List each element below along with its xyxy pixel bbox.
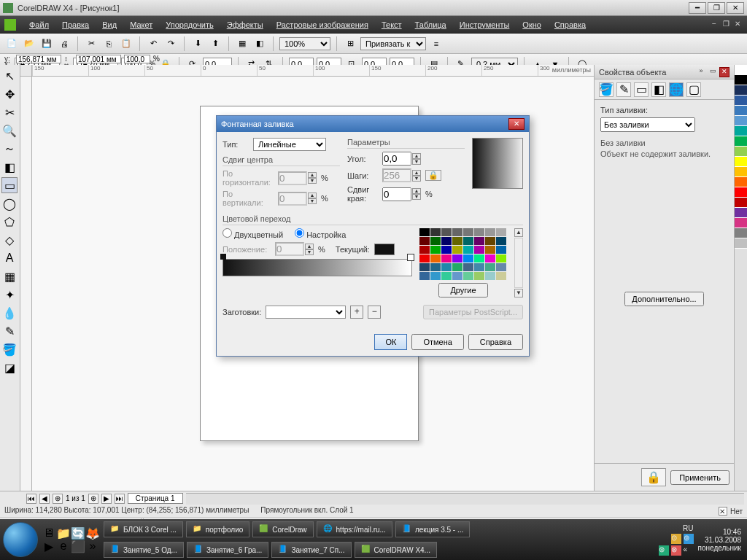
color-swatch[interactable] [485,237,495,245]
custom-radio[interactable]: Настройка [295,228,346,239]
ql-cmd-icon[interactable]: ⬛ [71,540,85,553]
taskbar-window-button[interactable]: 📘Занятие_5 Од... [104,542,184,558]
preset-remove-button[interactable]: − [368,306,381,319]
taskbar-window-button[interactable]: 📘Занятие_7 Сп... [271,542,351,558]
polygon-tool[interactable]: ⬠ [1,214,18,230]
palette-swatch[interactable] [735,96,747,106]
color-swatch[interactable] [430,228,441,236]
palette-swatch[interactable] [735,85,747,96]
maximize-button[interactable]: ❐ [708,2,725,14]
doc-minimize-button[interactable]: − [709,20,719,30]
tray-icon-3[interactable]: ⊛ [659,545,669,556]
taskbar-window-button[interactable]: 🌐https://mail.ru... [317,521,392,537]
menu-file[interactable]: Файл [23,19,55,31]
color-swatch[interactable] [474,237,484,245]
palette-swatch[interactable] [735,228,747,238]
rectangle-tool[interactable]: ▭ [1,177,18,193]
color-swatch[interactable] [463,254,473,262]
horizontal-ruler[interactable]: 15010050050100150200250300 миллиметры [32,65,594,77]
save-button[interactable]: 💾 [39,36,54,51]
palette-swatch[interactable] [735,75,747,85]
color-swatch[interactable] [419,263,430,271]
fill-type-select[interactable]: Без заливки [600,117,695,132]
fill-tool[interactable]: 🪣 [1,341,18,357]
minimize-button[interactable]: ━ [689,2,706,14]
panel-expand-button[interactable]: » [696,67,706,77]
color-swatch[interactable] [419,272,430,280]
dialog-titlebar[interactable]: Фонтанная заливка ✕ [217,116,529,132]
color-swatch[interactable] [441,237,452,245]
color-swatch[interactable] [419,246,430,254]
color-swatch[interactable] [463,272,473,280]
palette-swatch[interactable] [735,177,747,187]
paste-button[interactable]: 📋 [119,36,133,51]
color-swatch[interactable] [441,228,452,236]
close-button[interactable]: ✕ [727,2,744,14]
gradient-editor[interactable] [222,259,412,276]
two-color-radio[interactable]: Двухцветный [222,228,283,239]
color-swatch[interactable] [452,237,462,245]
table-tool[interactable]: ▦ [1,268,18,284]
zoom-tool[interactable]: 🔍 [1,122,18,139]
color-swatch[interactable] [441,272,452,280]
scale-y-input[interactable] [124,55,150,63]
redo-button[interactable]: ↷ [163,36,178,51]
lang-indicator[interactable]: RU [683,524,693,532]
interactive-tool[interactable]: ✦ [1,287,18,303]
cut-button[interactable]: ✂ [84,36,98,51]
page-last-button[interactable]: ⏭ [115,494,125,504]
taskbar-window-button[interactable]: 🟩CorelDraw [252,521,313,537]
color-swatch[interactable] [474,246,484,254]
start-button[interactable] [3,522,38,557]
color-swatch[interactable] [430,263,441,271]
tray-chevron-icon[interactable]: « [684,545,694,556]
menu-help[interactable]: Справка [549,19,592,31]
copy-button[interactable]: ⎘ [101,36,116,51]
preset-add-button[interactable]: + [350,306,363,319]
snap-icon[interactable]: ⊞ [343,36,357,51]
color-swatch[interactable] [441,263,452,271]
swatch-scroll-up[interactable]: ▲ [514,228,523,237]
ql-firefox-icon[interactable]: 🦊 [86,526,99,540]
panel-close-button[interactable]: ✕ [719,67,729,77]
color-swatch[interactable] [485,263,495,271]
menu-text[interactable]: Текст [376,19,408,31]
tray-icon-4[interactable]: ⊗ [671,545,681,556]
menu-effects[interactable]: Эффекты [221,19,269,31]
steps-lock-icon[interactable]: 🔒 [425,170,441,181]
color-swatch[interactable] [452,254,462,262]
color-swatch[interactable] [496,246,506,254]
snap-select[interactable]: Привязать к [360,37,426,50]
open-button[interactable]: 📂 [22,36,36,51]
zoom-select[interactable]: 100% [279,37,330,50]
tray-icon-2[interactable]: ⊚ [684,534,694,544]
menu-arrange[interactable]: Упорядочить [160,19,219,31]
color-swatch[interactable] [474,272,484,280]
y-input[interactable] [16,55,61,63]
angle-up[interactable]: ▲ [412,153,421,159]
color-swatch[interactable] [463,263,473,271]
color-swatch[interactable] [419,254,430,262]
color-swatch[interactable] [474,263,484,271]
color-swatch[interactable] [452,246,462,254]
menu-layout[interactable]: Макет [124,19,158,31]
taskbar-window-button[interactable]: 📁БЛОК 3 Corel ... [104,521,183,537]
color-swatch[interactable] [485,272,495,280]
interactive-fill-tool[interactable]: ◪ [1,359,18,376]
ellipse-tool[interactable]: ◯ [1,195,18,211]
palette-swatch[interactable] [735,198,747,208]
color-swatch[interactable] [452,263,462,271]
palette-swatch[interactable] [735,167,747,177]
ql-explorer-icon[interactable]: 📁 [57,526,70,540]
tab-fill[interactable]: 🪣 [599,82,614,97]
vertical-ruler[interactable] [20,77,32,491]
taskbar-window-button[interactable]: 📘лекция 3.5 - ... [395,521,470,537]
palette-swatch[interactable] [735,106,747,116]
color-swatch[interactable] [496,272,506,280]
freehand-tool[interactable]: ～ [1,141,18,157]
color-swatch[interactable] [463,246,473,254]
export-button[interactable]: ⬆ [208,36,222,51]
panel-menu-button[interactable]: ▭ [708,67,718,77]
height-input[interactable] [76,55,121,63]
color-swatch[interactable] [496,237,506,245]
